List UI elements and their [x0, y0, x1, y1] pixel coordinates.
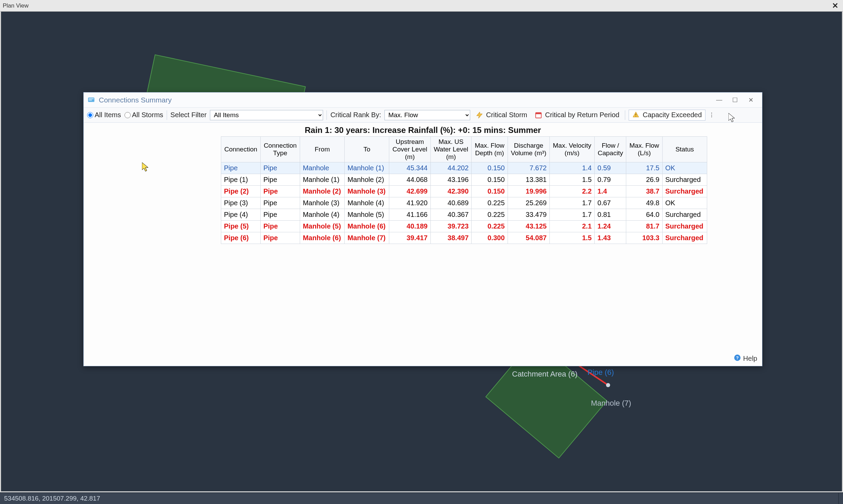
table-cell[interactable]: 1.7: [549, 197, 594, 209]
table-cell[interactable]: Manhole (2): [300, 185, 344, 197]
table-cell[interactable]: 0.67: [595, 197, 626, 209]
connections-table[interactable]: Connection ConnectionType From To Upstre…: [221, 136, 707, 244]
col-fcap[interactable]: Flow /Capacity: [595, 137, 626, 162]
dialog-close-button[interactable]: ✕: [743, 95, 759, 105]
table-row[interactable]: Pipe (1)PipeManhole (1)Manhole (2)44.068…: [221, 174, 707, 185]
table-cell[interactable]: 7.672: [508, 162, 549, 174]
table-cell[interactable]: 40.189: [389, 220, 430, 232]
table-cell[interactable]: 38.7: [626, 185, 662, 197]
table-cell[interactable]: OK: [662, 197, 707, 209]
table-cell[interactable]: Pipe: [260, 162, 300, 174]
table-cell[interactable]: Manhole (1): [300, 174, 344, 185]
table-cell[interactable]: 0.225: [472, 209, 508, 220]
col-ucl[interactable]: UpstreamCover Level(m): [389, 137, 430, 162]
table-cell[interactable]: Pipe (3): [221, 197, 261, 209]
plan-view-canvas[interactable]: Catchment Area (6) Pipe (6) Manhole (7) …: [0, 12, 843, 492]
table-cell[interactable]: Manhole (3): [345, 185, 389, 197]
table-cell[interactable]: 0.81: [595, 209, 626, 220]
table-cell[interactable]: 26.9: [626, 174, 662, 185]
col-to[interactable]: To: [345, 137, 389, 162]
table-cell[interactable]: 1.7: [549, 209, 594, 220]
col-from[interactable]: From: [300, 137, 344, 162]
table-cell[interactable]: Pipe: [260, 209, 300, 220]
table-cell[interactable]: 2.2: [549, 185, 594, 197]
table-cell[interactable]: 54.087: [508, 232, 549, 244]
table-row[interactable]: PipePipeManholeManhole (1)45.34444.2020.…: [221, 162, 707, 174]
col-dvol[interactable]: DischargeVolume (m³): [508, 137, 549, 162]
table-cell[interactable]: 0.225: [472, 197, 508, 209]
table-row[interactable]: Pipe (2)PipeManhole (2)Manhole (3)42.699…: [221, 185, 707, 197]
capacity-exceeded-button[interactable]: Capacity Exceeded: [629, 110, 705, 121]
table-row[interactable]: Pipe (6)PipeManhole (6)Manhole (7)39.417…: [221, 232, 707, 244]
critical-storm-button[interactable]: Critical Storm: [474, 110, 529, 121]
all-items-radio[interactable]: All Items: [87, 111, 121, 119]
table-cell[interactable]: Pipe (6): [221, 232, 261, 244]
dialog-titlebar[interactable]: Connections Summary — ☐ ✕: [84, 93, 762, 108]
table-cell[interactable]: Manhole (3): [300, 197, 344, 209]
table-cell[interactable]: 25.269: [508, 197, 549, 209]
table-cell[interactable]: 41.920: [389, 197, 430, 209]
table-cell[interactable]: 39.723: [430, 220, 472, 232]
table-cell[interactable]: Manhole (5): [300, 220, 344, 232]
col-connection[interactable]: Connection: [221, 137, 261, 162]
table-cell[interactable]: 49.8: [626, 197, 662, 209]
table-row[interactable]: Pipe (4)PipeManhole (4)Manhole (5)41.166…: [221, 209, 707, 220]
table-cell[interactable]: 44.202: [430, 162, 472, 174]
table-cell[interactable]: 33.479: [508, 209, 549, 220]
table-cell[interactable]: Manhole (6): [345, 220, 389, 232]
table-cell[interactable]: Surcharged: [662, 174, 707, 185]
table-cell[interactable]: Pipe (2): [221, 185, 261, 197]
table-cell[interactable]: 0.225: [472, 220, 508, 232]
table-cell[interactable]: Pipe (4): [221, 209, 261, 220]
table-cell[interactable]: Pipe (5): [221, 220, 261, 232]
table-cell[interactable]: Surcharged: [662, 209, 707, 220]
col-vel[interactable]: Max. Velocity(m/s): [549, 137, 594, 162]
table-cell[interactable]: 64.0: [626, 209, 662, 220]
table-cell[interactable]: Pipe: [260, 197, 300, 209]
table-cell[interactable]: Surcharged: [662, 220, 707, 232]
table-row[interactable]: Pipe (5)PipeManhole (5)Manhole (6)40.189…: [221, 220, 707, 232]
table-cell[interactable]: Manhole (4): [300, 209, 344, 220]
table-cell[interactable]: Pipe (1): [221, 174, 261, 185]
all-storms-radio[interactable]: All Storms: [124, 111, 163, 119]
table-cell[interactable]: 13.381: [508, 174, 549, 185]
table-cell[interactable]: 44.068: [389, 174, 430, 185]
table-cell[interactable]: OK: [662, 162, 707, 174]
table-cell[interactable]: Pipe: [221, 162, 261, 174]
table-cell[interactable]: 0.150: [472, 162, 508, 174]
critical-by-return-button[interactable]: Critical by Return Period: [533, 110, 621, 121]
table-cell[interactable]: Manhole: [300, 162, 344, 174]
table-cell[interactable]: Manhole (7): [345, 232, 389, 244]
table-cell[interactable]: 2.1: [549, 220, 594, 232]
table-cell[interactable]: 1.4: [549, 162, 594, 174]
table-cell[interactable]: 1.5: [549, 232, 594, 244]
table-cell[interactable]: 40.689: [430, 197, 472, 209]
overflow-menu-icon[interactable]: ⋮: [709, 112, 714, 118]
table-cell[interactable]: 0.79: [595, 174, 626, 185]
plan-view-titlebar[interactable]: Plan View ✕: [0, 0, 843, 12]
col-uwl[interactable]: Max. USWater Level(m): [430, 137, 472, 162]
col-depth[interactable]: Max. FlowDepth (m): [472, 137, 508, 162]
table-cell[interactable]: 45.344: [389, 162, 430, 174]
col-mflow[interactable]: Max. Flow(L/s): [626, 137, 662, 162]
table-cell[interactable]: 81.7: [626, 220, 662, 232]
table-cell[interactable]: Surcharged: [662, 185, 707, 197]
critical-rank-dropdown[interactable]: Max. Flow: [384, 110, 470, 120]
table-cell[interactable]: 43.125: [508, 220, 549, 232]
table-cell[interactable]: Pipe: [260, 232, 300, 244]
table-cell[interactable]: Manhole (4): [345, 197, 389, 209]
select-filter-dropdown[interactable]: All Items: [210, 110, 323, 120]
table-cell[interactable]: Pipe: [260, 174, 300, 185]
table-cell[interactable]: 41.166: [389, 209, 430, 220]
table-cell[interactable]: 0.59: [595, 162, 626, 174]
table-cell[interactable]: 38.497: [430, 232, 472, 244]
table-cell[interactable]: 0.150: [472, 185, 508, 197]
table-cell[interactable]: 40.367: [430, 209, 472, 220]
table-cell[interactable]: Manhole (6): [300, 232, 344, 244]
table-cell[interactable]: 1.5: [549, 174, 594, 185]
table-cell[interactable]: 1.43: [595, 232, 626, 244]
table-cell[interactable]: 0.150: [472, 174, 508, 185]
table-cell[interactable]: Pipe: [260, 185, 300, 197]
table-cell[interactable]: Manhole (1): [345, 162, 389, 174]
table-cell[interactable]: 39.417: [389, 232, 430, 244]
